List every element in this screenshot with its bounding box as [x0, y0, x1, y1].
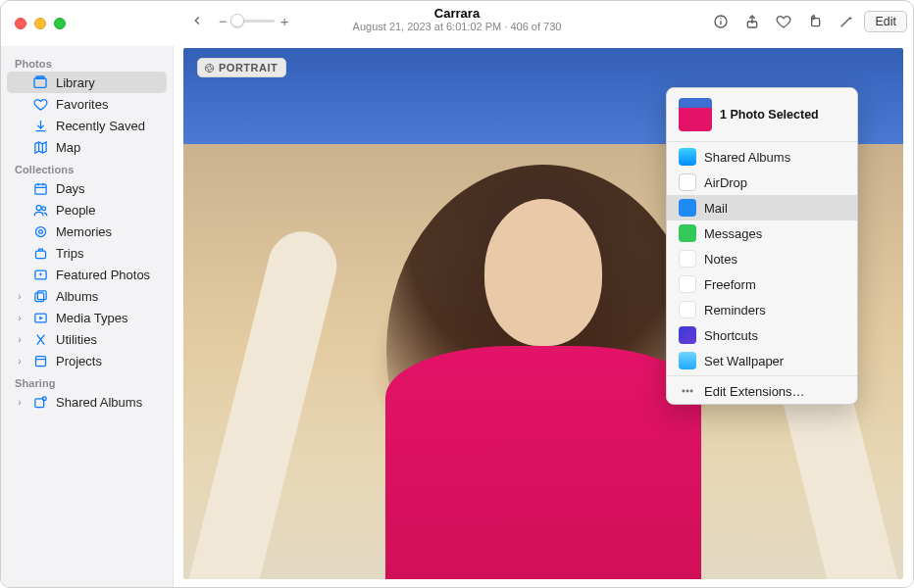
autoenhance-button[interactable]: [833, 8, 860, 35]
info-button[interactable]: [707, 8, 735, 35]
svg-rect-18: [35, 356, 45, 366]
popover-title: 1 Photo Selected: [720, 108, 819, 122]
map-icon: [32, 139, 48, 155]
svg-point-20: [42, 396, 46, 400]
share-item-freeform[interactable]: Freeform: [667, 271, 857, 297]
sidebar-item-utilities[interactable]: ›Utilities: [7, 328, 167, 350]
slider-thumb[interactable]: [230, 14, 244, 27]
sidebar-item-label: Memories: [56, 224, 112, 239]
utilities-icon: [32, 331, 48, 347]
sidebar-item-label: People: [56, 203, 95, 218]
sidebar-item-label: Library: [56, 75, 95, 90]
suitcase-icon: [32, 245, 48, 261]
svg-rect-5: [34, 78, 46, 87]
chevron-right-icon: ›: [15, 334, 25, 345]
sidebar-item-favorites[interactable]: Favorites: [7, 93, 167, 115]
share-item-label: Set Wallpaper: [704, 354, 784, 368]
svg-point-2: [721, 18, 722, 19]
zoom-icon[interactable]: [54, 18, 66, 29]
share-item-label: Messages: [704, 226, 762, 241]
share-item-label: AirDrop: [704, 175, 747, 190]
badge-label: PORTRAIT: [219, 62, 278, 74]
memories-icon: [32, 223, 48, 239]
share-item-label: Shared Albums: [704, 150, 790, 165]
page-subtitle: August 21, 2023 at 6:01:02 PM · 406 of 7…: [353, 21, 562, 32]
zoom-out-icon: −: [219, 13, 228, 29]
sidebar-item-media-types[interactable]: ›Media Types: [7, 307, 167, 328]
edit-button[interactable]: Edit: [864, 11, 907, 32]
share-item-notes[interactable]: Notes: [667, 246, 857, 271]
download-icon: [32, 118, 48, 133]
sidebar-item-shared-albums[interactable]: ›Shared Albums: [7, 391, 167, 413]
share-item-messages[interactable]: Messages: [667, 220, 857, 246]
sidebar-item-label: Favorites: [56, 97, 108, 112]
back-button[interactable]: [183, 7, 211, 34]
svg-marker-17: [39, 316, 43, 319]
share-button[interactable]: [738, 8, 766, 35]
share-item-label: Freeform: [704, 277, 756, 292]
ic-notes: [679, 250, 696, 268]
separator: [667, 141, 857, 142]
sidebar-item-library[interactable]: Library: [7, 72, 167, 93]
share-item-shared-albums[interactable]: Shared Albums: [667, 144, 857, 170]
svg-point-21: [205, 64, 213, 72]
popover-thumb: [679, 98, 712, 131]
sidebar-item-label: Albums: [56, 289, 98, 304]
sidebar-item-map[interactable]: Map: [7, 136, 167, 158]
favorite-button[interactable]: [770, 8, 797, 35]
share-item-mail[interactable]: Mail: [667, 195, 857, 220]
sidebar-item-label: Days: [56, 181, 85, 196]
popover-header: 1 Photo Selected: [667, 88, 857, 139]
sidebar-item-recently-saved[interactable]: Recently Saved: [7, 115, 167, 136]
sidebar-item-albums[interactable]: ›Albums: [7, 285, 167, 307]
share-item-set-wallpaper[interactable]: Set Wallpaper: [667, 348, 857, 373]
sidebar-item-memories[interactable]: Memories: [7, 220, 167, 242]
ic-shortcuts: [679, 326, 696, 344]
titlebar: − + Carrara August 21, 2023 at 6:01:02 P…: [1, 1, 913, 46]
aperture-icon: [204, 63, 215, 74]
sidebar-item-featured-photos[interactable]: Featured Photos: [7, 264, 167, 285]
sidebar-item-projects[interactable]: ›Projects: [7, 350, 167, 371]
share-item-airdrop[interactable]: AirDrop: [667, 170, 857, 195]
album-icon: [32, 288, 48, 304]
share-item-shortcuts[interactable]: Shortcuts: [667, 322, 857, 348]
svg-point-10: [38, 229, 42, 233]
sidebar: PhotosLibraryFavoritesRecently SavedMapC…: [1, 46, 174, 587]
sidebar-item-people[interactable]: People: [7, 199, 167, 220]
svg-rect-6: [36, 76, 44, 78]
projects-icon: [32, 353, 48, 368]
sidebar-item-label: Map: [56, 140, 80, 155]
svg-point-8: [36, 205, 41, 210]
rotate-button[interactable]: [801, 8, 829, 35]
sidebar-item-days[interactable]: Days: [7, 177, 167, 199]
chevron-right-icon: ›: [15, 356, 25, 367]
share-item-label: Shortcuts: [704, 328, 758, 343]
close-icon[interactable]: [15, 18, 26, 29]
share-popover: 1 Photo Selected Shared AlbumsAirDropMai…: [666, 87, 858, 405]
minimize-icon[interactable]: [34, 18, 46, 29]
chevron-right-icon: ›: [15, 313, 25, 323]
zoom-slider[interactable]: − +: [219, 13, 289, 29]
svg-point-9: [41, 206, 45, 210]
ic-mail: [679, 199, 696, 217]
ic-reminders: [679, 301, 696, 318]
separator: [667, 375, 857, 376]
sidebar-item-label: Trips: [56, 246, 83, 261]
sidebar-section-header: Photos: [7, 52, 167, 72]
share-item-reminders[interactable]: Reminders: [667, 297, 857, 322]
edit-extensions-label: Edit Extensions…: [704, 384, 805, 399]
sidebar-section-header: Collections: [7, 158, 167, 177]
sidebar-item-trips[interactable]: Trips: [7, 242, 167, 264]
ic-freeform: [679, 275, 696, 293]
svg-point-23: [686, 390, 688, 392]
ic-wallpaper: [679, 352, 696, 369]
edit-extensions-item[interactable]: Edit Extensions…: [667, 378, 857, 404]
slider-track[interactable]: [233, 20, 275, 23]
mediatypes-icon: [32, 310, 48, 325]
photos-window: − + Carrara August 21, 2023 at 6:01:02 P…: [0, 0, 914, 588]
library-icon: [32, 74, 48, 90]
toolbar-center: Carrara August 21, 2023 at 6:01:02 PM · …: [353, 6, 562, 32]
sidebar-item-label: Utilities: [56, 332, 97, 347]
ic-shared: [679, 148, 696, 166]
ic-msg: [679, 224, 696, 242]
